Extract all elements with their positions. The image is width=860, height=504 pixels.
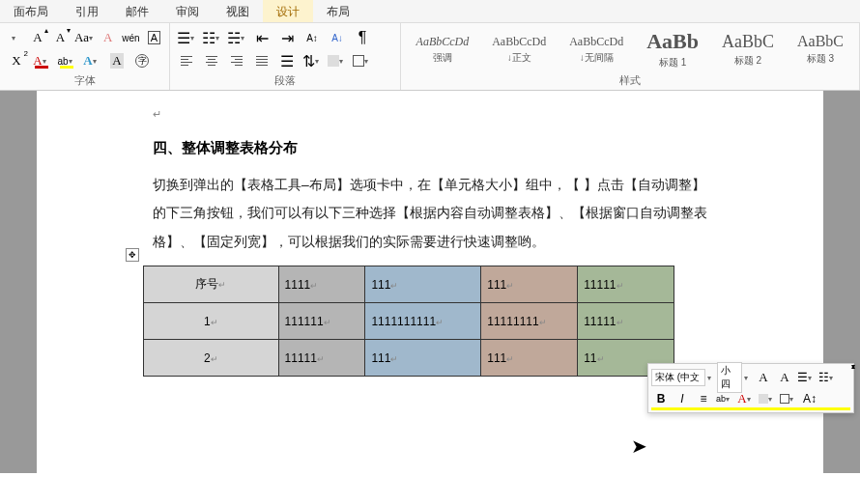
mini-align-button[interactable]: ≡ xyxy=(694,389,713,408)
table-cell[interactable]: 1↵ xyxy=(144,303,279,340)
clear-format-button[interactable]: A xyxy=(99,27,117,48)
highlight-button[interactable]: ab▾ xyxy=(56,50,77,71)
mini-italic-button[interactable]: I xyxy=(673,389,692,408)
multilevel-button[interactable]: ☵▾ xyxy=(226,27,247,48)
enclose-char-button[interactable]: 字 xyxy=(131,50,153,71)
table-container: ✥ 序号↵1111↵111↵111↵11111↵1↵111111↵1111111… xyxy=(143,266,707,377)
mini-font-color-button[interactable]: A▾ xyxy=(736,389,756,408)
shading-button[interactable]: ▾ xyxy=(327,50,348,71)
char-border-button[interactable]: A xyxy=(145,27,163,48)
show-marks-button[interactable]: ¶ xyxy=(352,27,373,48)
tab-mail[interactable]: 邮件 xyxy=(112,0,162,22)
ribbon: ▾ A▴ A▾ Aa▾ A wén A X2 A▾ ab▾ A▾ A 字 字体 … xyxy=(0,23,860,91)
text-direction-button[interactable]: A↕ xyxy=(301,27,323,48)
tab-layout[interactable]: 布局 xyxy=(313,0,363,22)
table-cell[interactable]: 111111↵ xyxy=(278,303,365,340)
decrease-indent-button[interactable]: ⇤ xyxy=(251,27,272,48)
grow-font-button[interactable]: A▴ xyxy=(28,27,46,48)
table-cell[interactable]: 11111↵ xyxy=(578,266,674,303)
sort-button[interactable]: A↓ xyxy=(327,27,348,48)
mini-borders-button[interactable]: ▾ xyxy=(779,389,798,408)
mini-bold-button[interactable]: B xyxy=(651,389,671,408)
distribute-button[interactable]: ☰ xyxy=(276,50,298,71)
numbering-button[interactable]: ☷▾ xyxy=(201,27,222,48)
table-cell[interactable]: 11111111↵ xyxy=(481,303,578,340)
page[interactable]: ↵ 四、整体调整表格分布 切换到弹出的【表格工具–布局】选项卡中，在【单元格大小… xyxy=(37,91,823,473)
paragraph-mark-icon: ↵ xyxy=(153,108,161,120)
table-cell[interactable]: 11111↵ xyxy=(278,340,365,377)
justify-button[interactable] xyxy=(251,50,272,71)
table-cell[interactable]: 1111↵ xyxy=(278,266,365,303)
font-color-button[interactable]: A▾ xyxy=(31,50,52,71)
data-table[interactable]: 序号↵1111↵111↵111↵11111↵1↵111111↵111111111… xyxy=(143,266,674,377)
style-item-3[interactable]: AaBb标题 1 xyxy=(637,27,708,71)
table-row[interactable]: 2↵11111↵111↵111↵11↵ xyxy=(144,340,674,377)
mini-numbering-button[interactable]: ☷▾ xyxy=(817,368,837,387)
heading-text[interactable]: 四、整体调整表格分布 xyxy=(153,139,707,157)
table-cell[interactable]: 111↵ xyxy=(365,340,481,377)
mini-grow-font-button[interactable]: A▴ xyxy=(754,368,773,387)
style-item-4[interactable]: AaBbC标题 2 xyxy=(712,30,784,70)
table-cell[interactable]: 111↵ xyxy=(481,340,578,377)
tab-design[interactable]: 设计 xyxy=(263,0,313,22)
para-group-label: 段落 xyxy=(176,71,394,88)
table-cell[interactable]: 1111111111↵ xyxy=(365,303,481,340)
styles-gallery: AaBbCcDd强调AaBbCcDd↓正文AaBbCcDd↓无间隔AaBb标题 … xyxy=(407,27,853,71)
style-item-2[interactable]: AaBbCcDd↓无间隔 xyxy=(559,33,633,67)
change-case-button[interactable]: Aa▾ xyxy=(73,27,95,48)
align-right-button[interactable] xyxy=(226,50,247,71)
text-effects-button[interactable]: A▾ xyxy=(81,50,102,71)
mini-shading-button[interactable]: ▾ xyxy=(758,389,777,408)
shrink-font-button[interactable]: A▾ xyxy=(51,27,70,48)
borders-button[interactable]: ▾ xyxy=(352,50,373,71)
menu-tabs: 面布局 引用 邮件 审阅 视图 设计 布局 xyxy=(0,0,860,23)
font-group-label: 字体 xyxy=(6,71,163,88)
table-cell[interactable]: 2↵ xyxy=(144,340,279,377)
style-group-label: 样式 xyxy=(407,71,853,88)
table-cell[interactable]: 111↵ xyxy=(481,266,578,303)
mini-toolbar: 宋体 (中文▾ 小四▾ A▴ A▾ ☰▾ ☷▾ B I ≡ ab▾ A▾ ▾ ▾… xyxy=(647,363,854,413)
line-spacing-button[interactable]: ⇅▾ xyxy=(301,50,323,71)
tab-review[interactable]: 审阅 xyxy=(162,0,213,22)
bullets-button[interactable]: ☰▾ xyxy=(176,27,197,48)
style-item-0[interactable]: AaBbCcDd强调 xyxy=(407,33,479,67)
table-row[interactable]: 1↵111111↵1111111111↵11111111↵11111↵ xyxy=(144,303,674,340)
tab-references[interactable]: 引用 xyxy=(62,0,112,22)
style-item-1[interactable]: AaBbCcDd↓正文 xyxy=(482,33,556,67)
char-shading-button[interactable]: A xyxy=(106,50,128,71)
table-move-handle-icon[interactable]: ✥ xyxy=(126,248,139,262)
table-cell[interactable]: 序号↵ xyxy=(144,266,279,303)
table-row[interactable]: 序号↵1111↵111↵111↵11111↵ xyxy=(144,266,674,303)
increase-indent-button[interactable]: ⇥ xyxy=(276,27,298,48)
tab-page-layout[interactable]: 面布局 xyxy=(0,0,62,22)
document-area: ↵ 四、整体调整表格分布 切换到弹出的【表格工具–布局】选项卡中，在【单元格大小… xyxy=(0,91,860,473)
tab-view[interactable]: 视图 xyxy=(213,0,263,22)
style-item-5[interactable]: AaBbC标题 3 xyxy=(788,31,853,68)
phonetic-guide-button[interactable]: wén xyxy=(121,27,140,48)
align-center-button[interactable] xyxy=(201,50,222,71)
superscript-button[interactable]: X2 xyxy=(6,50,27,71)
align-left-button[interactable] xyxy=(176,50,197,71)
mini-bullets-button[interactable]: ☰▾ xyxy=(796,368,816,387)
mini-font-select[interactable]: 宋体 (中文 xyxy=(651,369,705,386)
font-size-dropdown[interactable]: ▾ xyxy=(6,27,24,48)
table-cell[interactable]: 11111↵ xyxy=(578,303,674,340)
mini-highlight-button[interactable]: ab▾ xyxy=(715,389,734,408)
mini-direction-button[interactable]: A↕ xyxy=(800,389,819,408)
mini-shrink-font-button[interactable]: A▾ xyxy=(775,368,794,387)
table-cell[interactable]: 111↵ xyxy=(365,266,481,303)
body-paragraph[interactable]: 切换到弹出的【表格工具–布局】选项卡中，在【单元格大小】组中，【 】点击【自动调… xyxy=(153,171,707,256)
